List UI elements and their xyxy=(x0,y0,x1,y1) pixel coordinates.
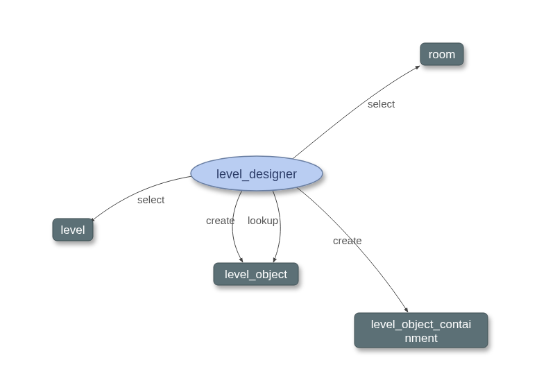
node-level-label: level xyxy=(61,223,85,237)
node-room-label: room xyxy=(429,48,456,61)
diagram-canvas: select select create lookup create room … xyxy=(0,0,555,392)
node-level-object-containment[interactable]: level_object_contai nment xyxy=(355,313,488,348)
edge-create-containment xyxy=(295,186,408,312)
node-level-designer-label: level_designer xyxy=(216,167,297,182)
edge-label-select-level: select xyxy=(137,194,165,205)
edge-label-select-room: select xyxy=(368,98,395,110)
node-level-object-label: level_object xyxy=(225,268,287,281)
node-level-object[interactable]: level_object xyxy=(214,263,298,285)
edge-label-create-level-object: create xyxy=(206,214,235,226)
node-room[interactable]: room xyxy=(420,43,463,65)
edge-label-create-containment: create xyxy=(333,235,362,246)
node-level-designer[interactable]: level_designer xyxy=(191,156,323,191)
node-level[interactable]: level xyxy=(53,219,93,241)
edge-select-room xyxy=(290,66,420,161)
node-loc-label-1: level_object_contai xyxy=(371,318,472,331)
node-loc-label-2: nment xyxy=(404,332,438,345)
edge-label-lookup-level-object: lookup xyxy=(248,214,278,226)
